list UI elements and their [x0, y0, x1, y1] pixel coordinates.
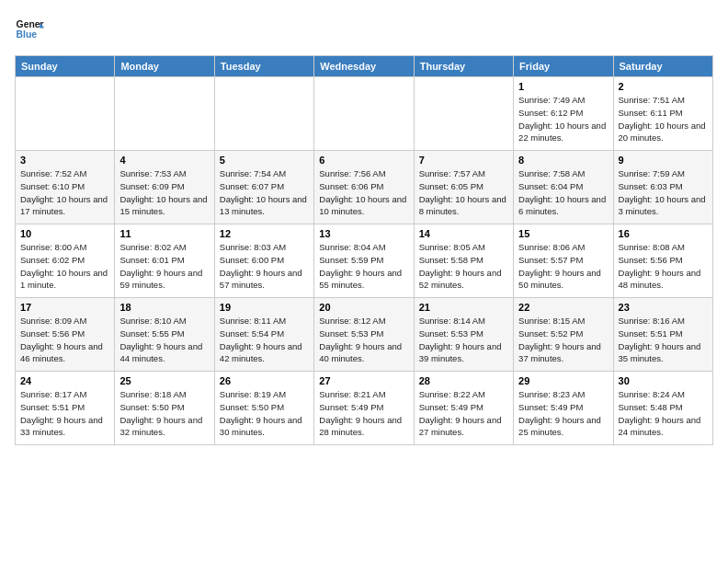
calendar-cell: 1Sunrise: 7:49 AM Sunset: 6:12 PM Daylig…	[514, 77, 613, 151]
day-number: 1	[518, 81, 608, 92]
day-number: 16	[619, 228, 708, 239]
calendar-cell	[16, 77, 115, 151]
calendar-week-row: 10Sunrise: 8:00 AM Sunset: 6:02 PM Dayli…	[16, 224, 713, 298]
day-number: 10	[20, 228, 109, 239]
calendar-cell: 4Sunrise: 7:53 AM Sunset: 6:09 PM Daylig…	[115, 151, 214, 224]
calendar-cell: 10Sunrise: 8:00 AM Sunset: 6:02 PM Dayli…	[16, 224, 115, 298]
calendar-cell	[414, 77, 513, 151]
day-number: 5	[220, 155, 309, 166]
weekday-header: Friday	[514, 56, 613, 77]
weekday-header: Monday	[115, 56, 214, 77]
calendar-cell: 28Sunrise: 8:22 AM Sunset: 5:49 PM Dayli…	[414, 372, 513, 445]
day-number: 26	[220, 375, 309, 386]
day-info: Sunrise: 8:15 AM Sunset: 5:52 PM Dayligh…	[518, 315, 608, 365]
weekday-header: Wednesday	[314, 56, 414, 77]
calendar-cell: 18Sunrise: 8:10 AM Sunset: 5:55 PM Dayli…	[115, 298, 214, 372]
day-number: 29	[518, 375, 608, 386]
day-info: Sunrise: 7:57 AM Sunset: 6:05 PM Dayligh…	[419, 167, 508, 218]
calendar-cell: 5Sunrise: 7:54 AM Sunset: 6:07 PM Daylig…	[214, 151, 313, 224]
day-info: Sunrise: 8:02 AM Sunset: 6:01 PM Dayligh…	[119, 241, 209, 292]
day-number: 23	[619, 302, 708, 313]
calendar-cell: 19Sunrise: 8:11 AM Sunset: 5:54 PM Dayli…	[214, 298, 313, 372]
calendar-cell: 3Sunrise: 7:52 AM Sunset: 6:10 PM Daylig…	[16, 151, 115, 224]
calendar-cell: 27Sunrise: 8:21 AM Sunset: 5:49 PM Dayli…	[314, 372, 414, 445]
calendar-week-row: 3Sunrise: 7:52 AM Sunset: 6:10 PM Daylig…	[16, 151, 713, 224]
weekday-header: Thursday	[414, 56, 513, 77]
calendar-body: 1Sunrise: 7:49 AM Sunset: 6:12 PM Daylig…	[16, 77, 713, 445]
calendar-cell: 9Sunrise: 7:59 AM Sunset: 6:03 PM Daylig…	[613, 151, 712, 224]
day-number: 27	[319, 375, 408, 386]
logo: General Blue	[15, 15, 44, 44]
day-number: 12	[220, 228, 309, 239]
day-info: Sunrise: 8:12 AM Sunset: 5:53 PM Dayligh…	[319, 315, 408, 365]
day-number: 11	[119, 228, 209, 239]
calendar-cell: 16Sunrise: 8:08 AM Sunset: 5:56 PM Dayli…	[613, 224, 712, 298]
calendar-cell: 17Sunrise: 8:09 AM Sunset: 5:56 PM Dayli…	[16, 298, 115, 372]
day-number: 15	[518, 228, 608, 239]
calendar-week-row: 1Sunrise: 7:49 AM Sunset: 6:12 PM Daylig…	[16, 77, 713, 151]
calendar-cell: 29Sunrise: 8:23 AM Sunset: 5:49 PM Dayli…	[514, 372, 613, 445]
day-number: 24	[20, 375, 109, 386]
day-info: Sunrise: 8:21 AM Sunset: 5:49 PM Dayligh…	[319, 388, 408, 439]
calendar-cell: 2Sunrise: 7:51 AM Sunset: 6:11 PM Daylig…	[613, 77, 712, 151]
calendar-cell: 30Sunrise: 8:24 AM Sunset: 5:48 PM Dayli…	[613, 372, 712, 445]
day-info: Sunrise: 8:14 AM Sunset: 5:53 PM Dayligh…	[419, 315, 508, 365]
day-number: 14	[419, 228, 508, 239]
calendar-table: SundayMondayTuesdayWednesdayThursdayFrid…	[15, 55, 713, 445]
calendar-cell: 22Sunrise: 8:15 AM Sunset: 5:52 PM Dayli…	[514, 298, 613, 372]
day-info: Sunrise: 7:54 AM Sunset: 6:07 PM Dayligh…	[220, 167, 309, 218]
weekday-header: Tuesday	[214, 56, 313, 77]
weekday-header: Saturday	[613, 56, 712, 77]
day-number: 17	[20, 302, 109, 313]
calendar-cell: 20Sunrise: 8:12 AM Sunset: 5:53 PM Dayli…	[314, 298, 414, 372]
day-number: 6	[319, 155, 408, 166]
calendar-cell: 12Sunrise: 8:03 AM Sunset: 6:00 PM Dayli…	[214, 224, 313, 298]
calendar-cell: 14Sunrise: 8:05 AM Sunset: 5:58 PM Dayli…	[414, 224, 513, 298]
day-number: 2	[619, 81, 708, 92]
day-info: Sunrise: 8:16 AM Sunset: 5:51 PM Dayligh…	[619, 315, 708, 365]
day-number: 20	[319, 302, 408, 313]
day-number: 13	[319, 228, 408, 239]
day-info: Sunrise: 7:58 AM Sunset: 6:04 PM Dayligh…	[518, 167, 608, 218]
day-number: 30	[619, 375, 708, 386]
weekday-header: Sunday	[16, 56, 115, 77]
day-number: 3	[20, 155, 109, 166]
day-info: Sunrise: 8:04 AM Sunset: 5:59 PM Dayligh…	[319, 241, 408, 292]
day-info: Sunrise: 8:19 AM Sunset: 5:50 PM Dayligh…	[220, 388, 309, 439]
day-info: Sunrise: 8:09 AM Sunset: 5:56 PM Dayligh…	[20, 315, 109, 365]
day-number: 19	[220, 302, 309, 313]
day-info: Sunrise: 8:18 AM Sunset: 5:50 PM Dayligh…	[119, 388, 209, 439]
day-info: Sunrise: 8:08 AM Sunset: 5:56 PM Dayligh…	[619, 241, 708, 292]
day-info: Sunrise: 7:56 AM Sunset: 6:06 PM Dayligh…	[319, 167, 408, 218]
calendar-cell	[314, 77, 414, 151]
day-number: 25	[119, 375, 209, 386]
calendar-header-row: SundayMondayTuesdayWednesdayThursdayFrid…	[16, 56, 713, 77]
day-number: 7	[419, 155, 508, 166]
day-info: Sunrise: 8:17 AM Sunset: 5:51 PM Dayligh…	[20, 388, 109, 439]
calendar-week-row: 24Sunrise: 8:17 AM Sunset: 5:51 PM Dayli…	[16, 372, 713, 445]
day-info: Sunrise: 8:11 AM Sunset: 5:54 PM Dayligh…	[220, 315, 309, 365]
calendar-cell: 8Sunrise: 7:58 AM Sunset: 6:04 PM Daylig…	[514, 151, 613, 224]
calendar-week-row: 17Sunrise: 8:09 AM Sunset: 5:56 PM Dayli…	[16, 298, 713, 372]
calendar-cell: 25Sunrise: 8:18 AM Sunset: 5:50 PM Dayli…	[115, 372, 214, 445]
day-info: Sunrise: 8:22 AM Sunset: 5:49 PM Dayligh…	[419, 388, 508, 439]
day-info: Sunrise: 7:59 AM Sunset: 6:03 PM Dayligh…	[619, 167, 708, 218]
day-info: Sunrise: 7:51 AM Sunset: 6:11 PM Dayligh…	[619, 94, 708, 144]
calendar-cell	[214, 77, 313, 151]
logo-icon: General Blue	[15, 15, 44, 44]
calendar-cell: 24Sunrise: 8:17 AM Sunset: 5:51 PM Dayli…	[16, 372, 115, 445]
calendar-cell: 6Sunrise: 7:56 AM Sunset: 6:06 PM Daylig…	[314, 151, 414, 224]
day-info: Sunrise: 7:52 AM Sunset: 6:10 PM Dayligh…	[20, 167, 109, 218]
calendar-cell	[115, 77, 214, 151]
calendar-cell: 23Sunrise: 8:16 AM Sunset: 5:51 PM Dayli…	[613, 298, 712, 372]
day-number: 8	[518, 155, 608, 166]
calendar-cell: 13Sunrise: 8:04 AM Sunset: 5:59 PM Dayli…	[314, 224, 414, 298]
day-number: 4	[119, 155, 209, 166]
day-info: Sunrise: 8:00 AM Sunset: 6:02 PM Dayligh…	[20, 241, 109, 292]
day-number: 18	[119, 302, 209, 313]
calendar-cell: 7Sunrise: 7:57 AM Sunset: 6:05 PM Daylig…	[414, 151, 513, 224]
day-number: 21	[419, 302, 508, 313]
svg-text:Blue: Blue	[17, 29, 38, 40]
day-info: Sunrise: 7:49 AM Sunset: 6:12 PM Dayligh…	[518, 94, 608, 144]
day-info: Sunrise: 8:23 AM Sunset: 5:49 PM Dayligh…	[518, 388, 608, 439]
